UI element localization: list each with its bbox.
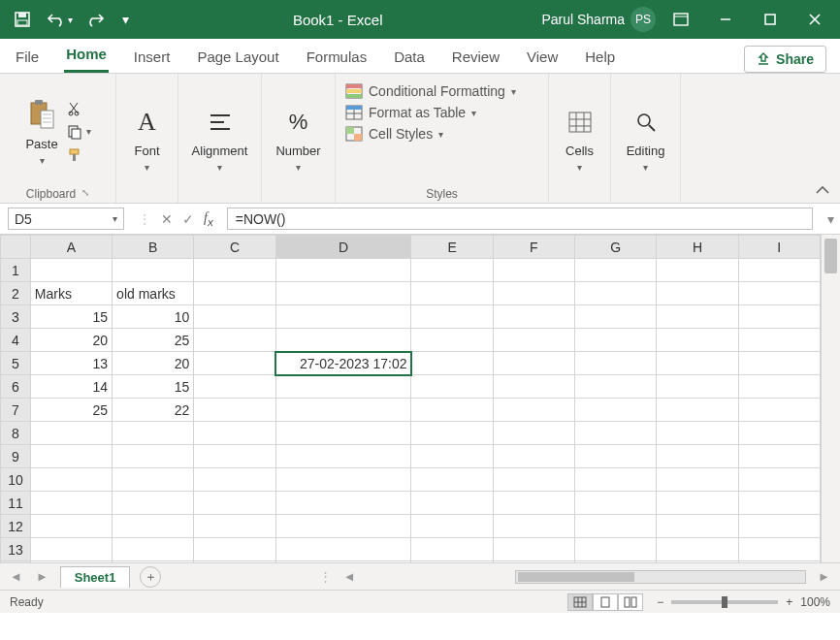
format-painter-button[interactable]: [67, 147, 91, 163]
cell-E13[interactable]: [411, 538, 493, 561]
cell-B8[interactable]: [113, 422, 194, 445]
cell-E2[interactable]: [411, 282, 493, 305]
cell-I11[interactable]: [738, 492, 820, 515]
tab-help[interactable]: Help: [583, 43, 617, 73]
cell-G1[interactable]: [575, 259, 657, 282]
cell-H5[interactable]: [657, 352, 738, 375]
cell-A14[interactable]: [30, 561, 112, 563]
cell-A2[interactable]: Marks: [30, 282, 112, 305]
sheet-nav-next-icon[interactable]: ►: [34, 569, 50, 584]
cell-D13[interactable]: [275, 538, 411, 561]
tab-view[interactable]: View: [525, 43, 560, 73]
cell-H14[interactable]: [657, 561, 738, 563]
cell-G8[interactable]: [575, 422, 657, 445]
row-header-4[interactable]: 4: [1, 329, 31, 352]
cell-F11[interactable]: [493, 492, 574, 515]
paste-button[interactable]: Paste ▾: [24, 98, 59, 166]
cells-button[interactable]: Cells ▾: [563, 105, 598, 173]
cell-D1[interactable]: [275, 259, 411, 282]
cell-G10[interactable]: [575, 468, 657, 492]
cell-E3[interactable]: [411, 305, 493, 329]
cell-C9[interactable]: [194, 445, 275, 468]
cell-H4[interactable]: [657, 329, 738, 352]
cell-G13[interactable]: [575, 538, 657, 561]
tab-review[interactable]: Review: [450, 43, 501, 73]
dialog-launcher-icon[interactable]: ⤡: [81, 187, 89, 198]
cell-A12[interactable]: [30, 515, 112, 538]
fx-icon[interactable]: fx: [204, 210, 213, 228]
tab-file[interactable]: File: [14, 43, 41, 73]
cell-G4[interactable]: [575, 329, 657, 352]
row-header-8[interactable]: 8: [1, 422, 31, 445]
expand-formula-bar-icon[interactable]: ▾: [821, 204, 840, 234]
cell-C11[interactable]: [194, 492, 275, 515]
alignment-button[interactable]: Alignment ▾: [192, 105, 248, 173]
cell-A1[interactable]: [30, 259, 112, 282]
column-header-D[interactable]: D: [275, 236, 411, 259]
format-as-table-button[interactable]: Format as Table▾: [345, 105, 538, 120]
cell-B2[interactable]: old marks: [113, 282, 194, 305]
column-header-G[interactable]: G: [575, 236, 657, 259]
cell-F5[interactable]: [493, 352, 574, 375]
number-button[interactable]: % Number ▾: [275, 105, 320, 173]
formula-input[interactable]: =NOW(): [227, 208, 813, 230]
cell-E7[interactable]: [411, 399, 493, 422]
cell-H8[interactable]: [657, 422, 738, 445]
cell-A9[interactable]: [30, 445, 112, 468]
cell-B11[interactable]: [113, 492, 194, 515]
cell-D2[interactable]: [275, 282, 411, 305]
cell-A5[interactable]: 13: [30, 352, 112, 375]
cell-styles-button[interactable]: Cell Styles▾: [345, 126, 538, 142]
horizontal-scrollbar-thumb[interactable]: [518, 572, 634, 582]
cell-C4[interactable]: [194, 329, 275, 352]
cell-I8[interactable]: [738, 422, 820, 445]
cell-H13[interactable]: [657, 538, 738, 561]
cell-H7[interactable]: [657, 399, 738, 422]
cell-G3[interactable]: [575, 305, 657, 329]
cell-H1[interactable]: [657, 259, 738, 282]
column-header-H[interactable]: H: [657, 236, 738, 259]
cell-F9[interactable]: [493, 445, 574, 468]
undo-icon[interactable]: ▾: [43, 4, 76, 35]
cell-E4[interactable]: [411, 329, 493, 352]
zoom-level[interactable]: 100%: [800, 595, 830, 609]
cell-A13[interactable]: [30, 538, 112, 561]
sheet-tab-sheet1[interactable]: Sheet1: [60, 566, 131, 588]
column-header-A[interactable]: A: [30, 236, 112, 259]
cell-B7[interactable]: 22: [113, 399, 194, 422]
row-header-11[interactable]: 11: [1, 492, 31, 515]
editing-button[interactable]: Editing ▾: [627, 105, 665, 173]
row-header-6[interactable]: 6: [1, 375, 31, 399]
zoom-in-button[interactable]: +: [786, 595, 792, 609]
cell-I12[interactable]: [738, 515, 820, 538]
cell-I3[interactable]: [738, 305, 820, 329]
cell-E8[interactable]: [411, 422, 493, 445]
name-box[interactable]: D5 ▾: [8, 208, 124, 230]
cell-I13[interactable]: [738, 538, 820, 561]
conditional-formatting-button[interactable]: Conditional Formatting▾: [345, 83, 538, 99]
row-header-2[interactable]: 2: [1, 282, 31, 305]
cell-I7[interactable]: [738, 399, 820, 422]
cell-A6[interactable]: 14: [30, 375, 112, 399]
cell-D9[interactable]: [275, 445, 411, 468]
cell-E12[interactable]: [411, 515, 493, 538]
cell-D8[interactable]: [275, 422, 411, 445]
cell-H6[interactable]: [657, 375, 738, 399]
cell-D7[interactable]: [275, 399, 411, 422]
cell-I2[interactable]: [738, 282, 820, 305]
cell-F1[interactable]: [493, 259, 574, 282]
cell-G14[interactable]: [575, 561, 657, 563]
cell-G5[interactable]: [575, 352, 657, 375]
cell-F14[interactable]: [493, 561, 574, 563]
cell-B5[interactable]: 20: [113, 352, 194, 375]
tab-page-layout[interactable]: Page Layout: [195, 43, 280, 73]
cell-C5[interactable]: [194, 352, 275, 375]
cell-D6[interactable]: [275, 375, 411, 399]
cell-G2[interactable]: [575, 282, 657, 305]
cell-C6[interactable]: [194, 375, 275, 399]
cell-E11[interactable]: [411, 492, 493, 515]
save-icon[interactable]: [6, 4, 39, 35]
cell-H11[interactable]: [657, 492, 738, 515]
cell-F6[interactable]: [493, 375, 574, 399]
cell-B13[interactable]: [113, 538, 194, 561]
